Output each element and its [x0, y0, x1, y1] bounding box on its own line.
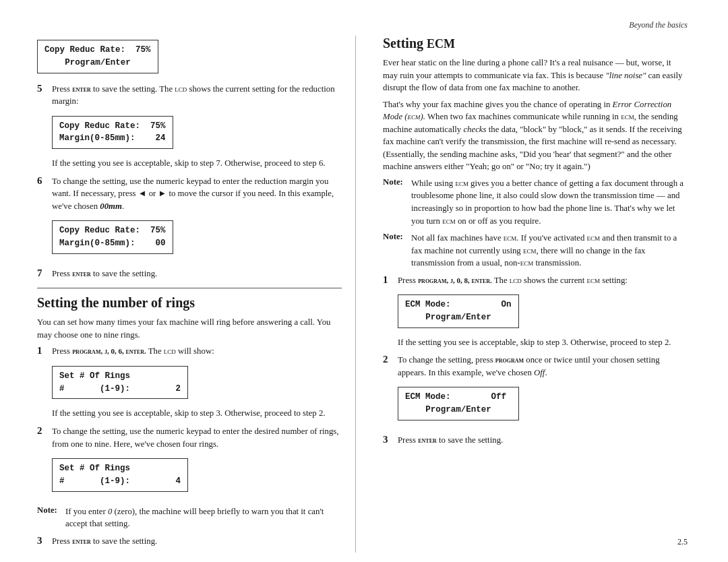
ecm-step-2-number: 2: [383, 354, 398, 365]
ecm-step-2: 2 To change the setting, press program o…: [383, 354, 688, 429]
rings-step-1-text: Press program, j, 0, 6, enter. The lcd w…: [52, 345, 342, 358]
section-label: Beyond the basics: [629, 20, 688, 30]
ecm-step-3-text: Press enter to save the setting.: [398, 434, 688, 447]
ecm-step-1: 1 Press program, j, 0, 8, enter. The lcd…: [383, 274, 688, 349]
ecm-step-1-content: Press program, j, 0, 8, enter. The lcd s…: [398, 274, 688, 349]
rings-step-2-text: To change the setting, use the numeric k…: [52, 425, 342, 450]
rings-step-1-content: Press program, j, 0, 6, enter. The lcd w…: [52, 345, 342, 420]
rings-step-1: 1 Press program, j, 0, 6, enter. The lcd…: [37, 345, 342, 420]
rings-step-2-content: To change the setting, use the numeric k…: [52, 425, 342, 500]
step-7-number: 7: [37, 268, 52, 279]
ecm-para-1: Ever hear static on the line during a ph…: [383, 57, 688, 94]
step-5: 5 Press enter to save the setting. The l…: [37, 83, 342, 170]
ecm-para-2: That's why your fax machine gives you th…: [383, 98, 688, 173]
step-5-number: 5: [37, 83, 52, 94]
lcd-box-2-container: Copy Reduc Rate: 75% Margin(0-85mm): 24: [52, 112, 342, 154]
lcd-ecm-2: ECM Mode: Off Program/Enter: [398, 387, 519, 420]
step-6: 6 To change the setting, use the numeric…: [37, 175, 342, 262]
lcd-box-2: Copy Reduc Rate: 75% Margin(0-85mm): 24: [52, 116, 173, 150]
ecm-step-1-text: Press program, j, 0, 8, enter. The lcd s…: [398, 274, 688, 287]
rings-note-label: Note:: [37, 505, 65, 516]
lcd-ecm-1: ECM Mode: On Program/Enter: [398, 294, 519, 328]
main-content: Copy Reduc Rate: 75% Program/Enter 5 Pre…: [37, 36, 688, 553]
ecm-section-title-block: Setting ECM: [383, 36, 688, 51]
rings-note: Note: If you enter 0 (zero), the machine…: [37, 505, 342, 530]
step-6-text: To change the setting, use the numeric k…: [52, 175, 342, 213]
step-7-text: Press enter to save the setting.: [52, 268, 342, 280]
header-bar: Beyond the basics: [37, 20, 688, 30]
section-divider: [37, 288, 342, 288]
right-column: Setting ECM Ever hear static on the line…: [376, 36, 688, 553]
rings-step-3: 3 Press enter to save the setting.: [37, 535, 342, 548]
ecm-note-1-content: While using ecm gives you a better chanc…: [411, 177, 688, 227]
lcd-box-1-container: Copy Reduc Rate: 75% Program/Enter: [37, 36, 342, 77]
step-7-content: Press enter to save the setting.: [52, 268, 342, 280]
ecm-note-1-label: Note:: [383, 177, 411, 187]
left-column: Copy Reduc Rate: 75% Program/Enter 5 Pre…: [37, 36, 356, 553]
ecm-note-2-content: Not all fax machines have ecm. If you've…: [411, 232, 688, 270]
step-5-text: Press enter to save the setting. The lcd…: [52, 83, 342, 108]
lcd-box-3: Copy Reduc Rate: 75% Margin(0-85mm): 00: [52, 220, 173, 254]
lcd-ecm-2-container: ECM Mode: Off Program/Enter: [398, 383, 688, 425]
page-number: 2.5: [677, 537, 688, 547]
rings-step-1-note: If the setting you see is acceptable, sk…: [52, 407, 342, 420]
ecm-step-1-number: 1: [383, 274, 398, 286]
lcd-rings-1-container: Set # Of Rings # (1-9): 2: [52, 362, 342, 404]
ecm-note-1: Note: While using ecm gives you a better…: [383, 177, 688, 227]
page-container: Beyond the basics Copy Reduc Rate: 75% P…: [0, 0, 728, 562]
rings-step-3-text: Press enter to save the setting.: [52, 535, 342, 548]
step-7: 7 Press enter to save the setting.: [37, 268, 342, 280]
ecm-section-title: Setting ECM: [383, 36, 455, 51]
lcd-box-3-container: Copy Reduc Rate: 75% Margin(0-85mm): 00: [52, 216, 342, 258]
rings-step-3-content: Press enter to save the setting.: [52, 535, 342, 548]
lcd-rings-1: Set # Of Rings # (1-9): 2: [52, 366, 188, 400]
rings-step-3-number: 3: [37, 535, 52, 547]
rings-step-1-number: 1: [37, 345, 52, 356]
rings-note-content: If you enter 0 (zero), the machine will …: [65, 505, 342, 530]
rings-section-title: Setting the number of rings: [37, 295, 342, 311]
step-6-number: 6: [37, 175, 52, 187]
ecm-step-2-text: To change the setting, press program onc…: [398, 354, 688, 379]
rings-step-2-number: 2: [37, 425, 52, 437]
step-5-note: If the setting you see is acceptable, sk…: [52, 157, 342, 170]
ecm-step-2-content: To change the setting, press program onc…: [398, 354, 688, 429]
ecm-note-2: Note: Not all fax machines have ecm. If …: [383, 232, 688, 270]
step-5-content: Press enter to save the setting. The lcd…: [52, 83, 342, 170]
lcd-ecm-1-container: ECM Mode: On Program/Enter: [398, 290, 688, 332]
rings-step-2: 2 To change the setting, use the numeric…: [37, 425, 342, 500]
lcd-box-1: Copy Reduc Rate: 75% Program/Enter: [37, 40, 158, 73]
ecm-step-3-number: 3: [383, 434, 398, 445]
step-6-content: To change the setting, use the numeric k…: [52, 175, 342, 262]
ecm-step-1-note: If the setting you see is acceptable, sk…: [398, 336, 688, 349]
rings-intro: You can set how many times your fax mach…: [37, 316, 342, 341]
ecm-step-3: 3 Press enter to save the setting.: [383, 434, 688, 447]
ecm-step-3-content: Press enter to save the setting.: [398, 434, 688, 447]
lcd-rings-2: Set # Of Rings # (1-9): 4: [52, 458, 188, 492]
lcd-rings-2-container: Set # Of Rings # (1-9): 4: [52, 454, 342, 496]
ecm-note-2-label: Note:: [383, 232, 411, 242]
